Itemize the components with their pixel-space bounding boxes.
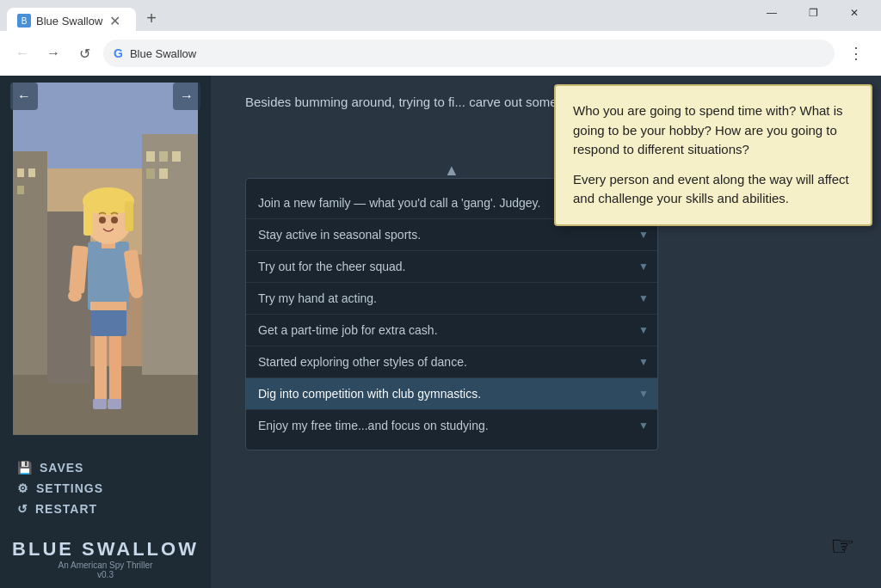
settings-label: SETTINGS [36,481,103,495]
scroll-up-indicator: ▲ [444,162,459,180]
close-button[interactable]: ✕ [835,0,874,26]
choice-item-4[interactable]: Get a part-time job for extra cash.▼ [246,315,657,346]
cursor-hand: ☞ [830,530,855,562]
logo-version: v0.3 [0,570,211,579]
svg-rect-20 [88,242,129,310]
choice-item-3[interactable]: Try my hand at acting.▼ [246,283,657,315]
browser-chrome: B Blue Swallow ✕ + — ❐ ✕ ← → ↺ G Blue Sw… [0,0,881,76]
bottom-menu: 💾 SAVES ⚙ SETTINGS ↺ RESTART [0,457,211,519]
choice-scroll-arrow-5: ▼ [638,356,649,368]
svg-rect-21 [90,302,126,310]
next-arrow-button[interactable]: → [173,83,200,110]
choice-item-5[interactable]: Started exploring other styles of dance.… [246,346,657,378]
main-content: Who you are going to spend time with? Wh… [211,76,881,588]
note-card-line1: Who you are going to spend time with? Wh… [573,101,853,160]
prev-arrow-button[interactable]: ← [10,83,38,110]
note-card-line2: Every person and event along the way wil… [573,170,853,209]
new-tab-button[interactable]: + [139,6,163,30]
character-image [13,83,198,435]
game-logo: BLUE SWALLOW An American Spy Thriller v0… [0,540,211,579]
minimize-button[interactable]: — [752,0,792,26]
choice-scroll-arrow-2: ▼ [638,260,649,273]
svg-point-31 [99,217,106,224]
note-card: Who you are going to spend time with? Wh… [554,84,872,226]
saves-menu-item[interactable]: 💾 SAVES [17,457,194,478]
tab-title: Blue Swallow [36,15,102,28]
restart-label: RESTART [35,502,97,516]
saves-icon: 💾 [17,461,33,475]
forward-button[interactable]: → [41,41,65,65]
restart-menu-item[interactable]: ↺ RESTART [17,499,194,519]
address-bar[interactable]: G Blue Swallow [103,40,835,67]
svg-point-25 [131,286,143,298]
choice-scroll-arrow-4: ▼ [638,324,649,336]
svg-point-32 [111,217,118,224]
reload-button[interactable]: ↺ [72,41,96,65]
left-panel: ← → [0,76,211,588]
settings-icon: ⚙ [17,481,29,495]
address-text: Blue Swallow [130,47,196,60]
svg-rect-9 [17,186,24,194]
choice-scroll-arrow-6: ▼ [638,388,649,400]
settings-menu-item[interactable]: ⚙ SETTINGS [17,478,194,499]
svg-rect-15 [95,332,107,401]
game-area: ← → [0,76,881,588]
svg-rect-7 [17,168,24,177]
back-button[interactable]: ← [10,41,34,65]
saves-label: SAVES [40,461,83,475]
window-controls: — ❐ ✕ [752,0,874,31]
logo-subtitle: An American Spy Thriller [0,560,211,570]
choice-item-7[interactable]: Enjoy my free time...and focus on studyi… [246,410,657,441]
svg-rect-11 [159,151,168,162]
svg-rect-29 [83,201,92,236]
browser-menu-button[interactable]: ⋮ [841,40,871,66]
svg-rect-13 [146,168,155,179]
svg-rect-30 [125,201,133,231]
google-icon: G [114,46,123,60]
choice-scroll-arrow-3: ▼ [638,292,649,304]
tab-close-button[interactable]: ✕ [109,13,120,29]
svg-rect-12 [172,151,181,162]
browser-tab[interactable]: B Blue Swallow ✕ [7,8,136,34]
nav-arrows: ← → [0,76,211,117]
title-bar: B Blue Swallow ✕ + — ❐ ✕ [0,0,881,31]
restart-icon: ↺ [17,502,28,516]
svg-point-24 [68,290,82,302]
choice-scroll-arrow-7: ▼ [638,420,649,432]
svg-rect-19 [90,306,126,336]
svg-rect-16 [109,332,121,401]
choice-scroll-arrow-1: ▼ [638,229,649,241]
choice-item-2[interactable]: Try out for the cheer squad.▼ [246,251,657,283]
svg-rect-14 [159,168,168,179]
svg-rect-17 [93,399,107,409]
svg-rect-4 [13,151,47,375]
svg-rect-8 [28,168,35,177]
logo-title: BLUE SWALLOW [0,540,211,559]
address-bar-row: ← → ↺ G Blue Swallow ⋮ [0,31,881,76]
choice-item-6[interactable]: Dig into competition with club gymnastic… [246,378,657,410]
character-svg [13,83,198,435]
svg-rect-18 [108,399,121,409]
tab-favicon: B [17,14,31,28]
maximize-button[interactable]: ❐ [793,0,833,26]
svg-rect-10 [146,151,155,162]
